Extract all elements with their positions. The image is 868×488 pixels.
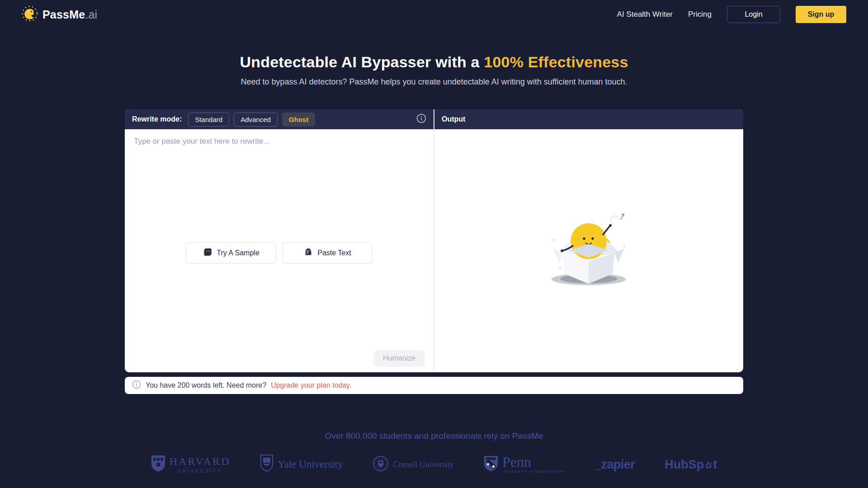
mode-standard-button[interactable]: Standard — [188, 113, 229, 127]
input-column: Rewrite mode: Standard Advanced Ghost — [125, 109, 434, 372]
yale-logo: Yale University — [260, 455, 343, 474]
words-left-banner: You have 200 words left. Need more? Upgr… — [125, 377, 743, 394]
login-button[interactable]: Login — [727, 6, 780, 23]
logo-strip: HARVARD UNIVERSITY Yale University Corne… — [0, 455, 868, 474]
page-title: Undetectable AI Bypasser with a 100% Eff… — [0, 53, 868, 71]
social-proof-tagline: Over 800,000 students and professionals … — [0, 431, 868, 441]
try-a-sample-label: Try A Sample — [217, 249, 259, 257]
rewrite-mode-toolbar: Rewrite mode: Standard Advanced Ghost — [125, 109, 434, 129]
hubspot-sprocket-icon — [704, 461, 712, 469]
penn-shield-icon — [484, 455, 498, 474]
chick-icon — [22, 5, 38, 23]
yale-wordmark: Yale University — [278, 459, 343, 470]
zapier-wordmark: _zapier — [594, 458, 635, 472]
editor-workspace: Rewrite mode: Standard Advanced Ghost — [125, 109, 743, 372]
cornell-wordmark: Cornell University — [393, 460, 453, 469]
humanize-button[interactable]: Humanize — [374, 350, 425, 366]
signup-button[interactable]: Sign up — [796, 6, 846, 23]
nav-link-pricing[interactable]: Pricing — [688, 10, 712, 19]
output-title: Output — [442, 115, 465, 123]
paste-text-label: Paste Text — [317, 249, 351, 257]
input-area: Try A Sample — [125, 129, 434, 372]
banner-info-icon — [132, 380, 141, 391]
navbar: PassMe.ai AI Stealth Writer Pricing Logi… — [0, 0, 868, 29]
ghost-book-icon — [203, 247, 212, 259]
mode-advanced-button[interactable]: Advanced — [234, 113, 278, 127]
cornell-logo: Cornell University — [373, 455, 453, 474]
harvard-wordmark: HARVARD UNIVERSITY — [170, 455, 231, 474]
output-column: Output — [434, 109, 743, 372]
sample-actions: Try A Sample — [125, 242, 434, 263]
page-title-highlight: 100% Effectiveness — [484, 53, 628, 70]
nav-link-ai-stealth-writer[interactable]: AI Stealth Writer — [617, 10, 673, 19]
brand-suffix: .ai — [85, 8, 97, 21]
empty-box-illustration — [540, 210, 637, 292]
penn-wordmark: Penn UNIVERSITY of PENNSYLVANIA — [502, 455, 565, 474]
brand-name: PassMe.ai — [42, 8, 97, 21]
harvard-shield-icon — [151, 455, 165, 474]
hubspot-wordmark: HubSp t — [665, 458, 717, 472]
hero-section: Undetectable AI Bypasser with a 100% Eff… — [0, 53, 868, 87]
try-a-sample-button[interactable]: Try A Sample — [186, 242, 276, 263]
zapier-logo: _zapier — [594, 458, 635, 472]
rewrite-mode-label: Rewrite mode: — [132, 115, 182, 123]
output-area — [434, 129, 743, 372]
nav-links: AI Stealth Writer Pricing Login Sign up — [617, 6, 846, 23]
words-left-text: You have 200 words left. Need more? — [146, 381, 266, 389]
editor-panel: Rewrite mode: Standard Advanced Ghost — [125, 109, 743, 372]
info-icon[interactable] — [416, 113, 426, 125]
yale-shield-icon — [260, 455, 274, 474]
upgrade-plan-link[interactable]: Upgrade your plan today. — [271, 381, 351, 389]
penn-logo: Penn UNIVERSITY of PENNSYLVANIA — [484, 455, 565, 474]
harvard-logo: HARVARD UNIVERSITY — [151, 455, 231, 474]
hubspot-logo: HubSp t — [665, 458, 717, 472]
brand-logo[interactable]: PassMe.ai — [22, 5, 97, 23]
page-subtitle: Need to bypass AI detectors? PassMe help… — [0, 77, 868, 87]
output-header: Output — [434, 109, 743, 129]
ghost-paste-icon — [303, 247, 313, 259]
mode-ghost-button[interactable]: Ghost — [282, 113, 315, 127]
paste-text-button[interactable]: Paste Text — [282, 242, 373, 263]
cornell-seal-icon — [373, 455, 389, 474]
